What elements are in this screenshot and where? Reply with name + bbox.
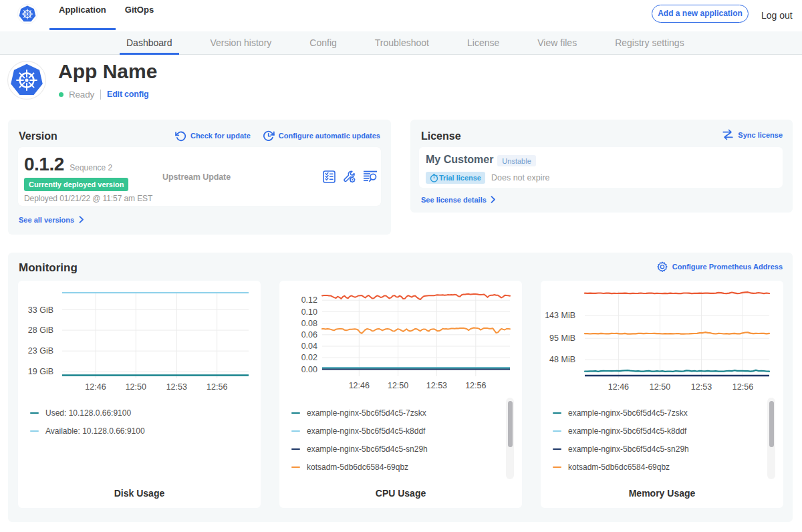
svg-text:12:50: 12:50 bbox=[388, 381, 408, 390]
svg-text:28 GiB: 28 GiB bbox=[28, 325, 53, 335]
svg-text:12:53: 12:53 bbox=[691, 382, 712, 392]
svg-text:0.12: 0.12 bbox=[301, 295, 317, 305]
svg-text:0.08: 0.08 bbox=[301, 319, 317, 328]
svg-text:12:56: 12:56 bbox=[207, 382, 227, 392]
svg-text:12:56: 12:56 bbox=[465, 381, 486, 390]
svg-text:12:56: 12:56 bbox=[732, 382, 753, 392]
svg-text:0.02: 0.02 bbox=[301, 353, 317, 362]
svg-text:12:50: 12:50 bbox=[650, 382, 670, 392]
svg-text:0.06: 0.06 bbox=[301, 330, 317, 340]
svg-text:95 MiB: 95 MiB bbox=[549, 334, 575, 343]
svg-text:12:46: 12:46 bbox=[85, 382, 106, 392]
svg-text:19 GiB: 19 GiB bbox=[28, 367, 53, 376]
svg-text:12:46: 12:46 bbox=[608, 382, 629, 392]
svg-text:12:46: 12:46 bbox=[349, 381, 370, 390]
svg-text:0.04: 0.04 bbox=[301, 342, 317, 351]
svg-text:23 GiB: 23 GiB bbox=[28, 346, 53, 356]
svg-text:33 GiB: 33 GiB bbox=[28, 305, 53, 315]
svg-text:12:53: 12:53 bbox=[426, 381, 447, 390]
svg-text:0.10: 0.10 bbox=[301, 307, 317, 317]
svg-text:12:50: 12:50 bbox=[126, 382, 146, 392]
svg-text:12:53: 12:53 bbox=[166, 382, 187, 392]
svg-text:48 MiB: 48 MiB bbox=[549, 355, 575, 364]
svg-text:0.00: 0.00 bbox=[301, 365, 317, 374]
svg-text:143 MiB: 143 MiB bbox=[545, 311, 575, 320]
